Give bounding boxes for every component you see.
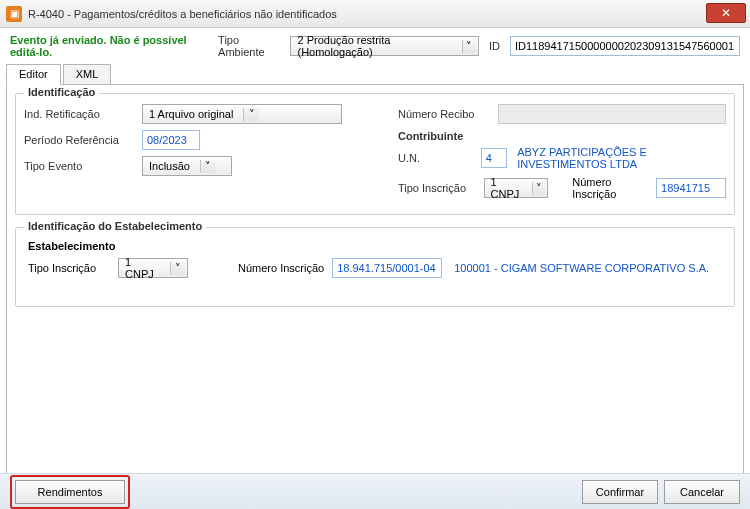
tab-xml-label: XML [76,68,99,80]
id-value: ID1189417150000000202309131547560001 [515,40,734,52]
chevron-down-icon: ˅ [243,108,259,121]
numero-recibo-field [498,104,726,124]
chevron-down-icon: ˅ [200,160,216,173]
un-value: 4 [486,152,492,164]
contrib-tipo-inscricao-value: 1 CNPJ [491,176,532,200]
un-label: U.N. [398,152,481,164]
estab-numero-inscricao-value: 18.941.715/0001-04 [337,262,435,274]
periodo-ref-value: 08/2023 [147,134,187,146]
chevron-down-icon: ˅ [170,262,185,275]
estab-tipo-inscricao-select[interactable]: 1 CNPJ ˅ [118,258,188,278]
estab-nome: 100001 - CIGAM SOFTWARE CORPORATIVO S.A. [454,262,709,274]
id-field: ID1189417150000000202309131547560001 [510,36,740,56]
close-icon: ✕ [721,6,731,20]
tabstrip: Editor XML [6,64,750,84]
rendimentos-highlight: Rendimentos [10,475,130,509]
estab-tipo-inscricao-label: Tipo Inscrição [28,262,118,274]
window-title: R-4040 - Pagamentos/créditos a beneficiá… [28,8,337,20]
tab-xml[interactable]: XML [63,64,112,84]
estab-numero-inscricao-field[interactable]: 18.941.715/0001-04 [332,258,442,278]
editor-panel: Identificação Ind. Retificação 1 Arquivo… [6,84,744,482]
status-text: Evento já enviado. Não é possível editá-… [10,34,208,58]
tab-editor-label: Editor [19,68,48,80]
ind-retificacao-select[interactable]: 1 Arquivo original ˅ [142,104,342,124]
estab-numero-inscricao-label: Número Inscrição [238,262,324,274]
contribuinte-legend: Contribuinte [398,130,726,142]
tipo-evento-label: Tipo Evento [24,160,142,172]
tipo-evento-value: Inclusão [149,160,200,172]
estab-tipo-inscricao-value: 1 CNPJ [125,256,170,280]
ind-retificacao-value: 1 Arquivo original [149,108,243,120]
tipo-ambiente-value: 2 Produção restrita (Homologação) [297,34,461,58]
group-estabelecimento: Identificação do Estabelecimento Estabel… [15,227,735,307]
confirmar-button[interactable]: Confirmar [582,480,658,504]
contrib-tipo-inscricao-select[interactable]: 1 CNPJ ˅ [484,178,549,198]
window-titlebar: ▣ R-4040 - Pagamentos/créditos a benefic… [0,0,750,28]
footer-bar: Rendimentos Confirmar Cancelar [0,473,750,509]
contrib-tipo-inscricao-label: Tipo Inscrição [398,182,484,194]
numero-recibo-label: Número Recibo [398,108,498,120]
confirmar-label: Confirmar [596,486,644,498]
periodo-ref-label: Período Referência [24,134,142,146]
tipo-ambiente-select[interactable]: 2 Produção restrita (Homologação) ˅ [290,36,479,56]
estab-sub-legend: Estabelecimento [28,240,726,252]
un-name: ABYZ PARTICIPAÇÕES E INVESTIMENTOS LTDA [517,146,726,170]
app-icon: ▣ [6,6,22,22]
id-label: ID [489,40,500,52]
un-field[interactable]: 4 [481,148,508,168]
cancelar-label: Cancelar [680,486,724,498]
cancelar-button[interactable]: Cancelar [664,480,740,504]
group-identificacao: Identificação Ind. Retificação 1 Arquivo… [15,93,735,215]
tab-editor[interactable]: Editor [6,64,61,85]
rendimentos-button[interactable]: Rendimentos [15,480,125,504]
tipo-ambiente-label: Tipo Ambiente [218,34,280,58]
header-row: Evento já enviado. Não é possível editá-… [0,28,750,62]
chevron-down-icon: ˅ [532,182,545,195]
contrib-numero-inscricao-value: 18941715 [661,182,710,194]
chevron-down-icon: ˅ [462,40,477,53]
ind-retificacao-label: Ind. Retificação [24,108,142,120]
contrib-numero-inscricao-label: Número Inscrição [572,176,646,200]
tipo-evento-select[interactable]: Inclusão ˅ [142,156,232,176]
rendimentos-label: Rendimentos [38,486,103,498]
periodo-ref-field[interactable]: 08/2023 [142,130,200,150]
close-button[interactable]: ✕ [706,3,746,23]
estab-legend: Identificação do Estabelecimento [24,220,206,232]
contrib-numero-inscricao-field[interactable]: 18941715 [656,178,726,198]
identificacao-legend: Identificação [24,86,99,98]
